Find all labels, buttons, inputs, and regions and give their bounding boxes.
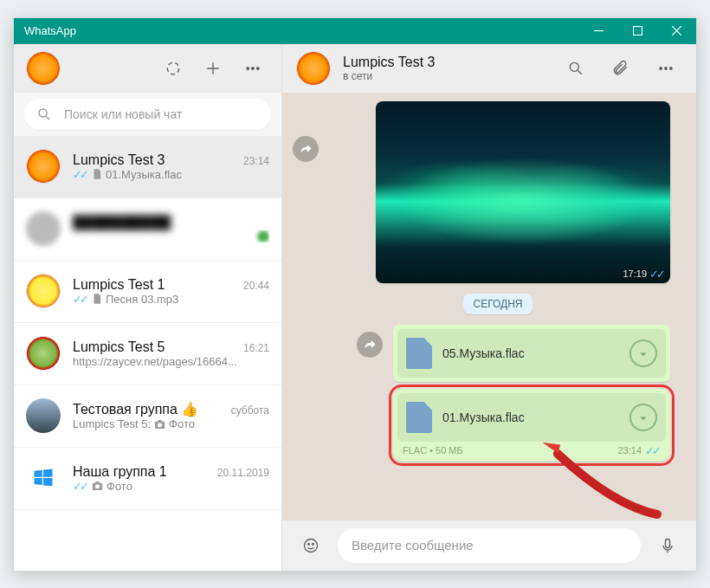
chat-preview: https://zaycev.net/pages/16664... — [73, 355, 269, 368]
chat-time: суббота — [231, 404, 269, 417]
searchbar: Поиск или новый чат — [14, 93, 281, 136]
chat-list-item[interactable]: Тестовая группа 👍субботаLumpics Test 5: … — [14, 385, 281, 448]
chat-list-item[interactable]: ██████████ — [14, 198, 281, 261]
chat-time: 20.11.2019 — [217, 467, 269, 479]
titlebar: WhatsApp — [14, 18, 696, 44]
forward-icon[interactable] — [293, 136, 319, 162]
read-ticks-icon: ✓✓ — [73, 168, 87, 181]
camera-icon — [91, 481, 104, 491]
download-button[interactable] — [629, 339, 657, 367]
emoji-icon[interactable] — [294, 529, 327, 562]
image-message[interactable]: 17:19 ✓✓ — [376, 101, 670, 283]
chat-name: Lumpics Test 3 — [343, 55, 547, 70]
read-ticks-icon: ✓✓ — [649, 268, 663, 281]
compose-bar: Введите сообщение — [282, 520, 696, 571]
file-icon — [406, 402, 432, 433]
chat-preview: Lumpics Test 5: Фото — [73, 417, 269, 430]
chat-list-item[interactable]: Наша группа 120.11.2019✓✓Фото — [14, 448, 281, 510]
read-ticks-icon: ✓✓ — [73, 480, 87, 493]
chat-menu-icon[interactable] — [649, 52, 682, 85]
chat-name: Тестовая группа 👍 — [73, 401, 231, 417]
svg-point-7 — [95, 484, 100, 488]
chat-name: ██████████ — [73, 215, 269, 230]
maximize-button[interactable] — [618, 18, 657, 44]
avatar — [26, 398, 61, 433]
date-pill: СЕГОДНЯ — [463, 294, 532, 314]
svg-point-3 — [252, 67, 255, 69]
svg-point-5 — [39, 109, 47, 117]
read-ticks-icon: ✓✓ — [645, 444, 659, 457]
avatar — [26, 274, 61, 308]
svg-rect-0 — [634, 27, 642, 36]
camera-icon — [153, 419, 166, 430]
chat-preview: ✓✓Фото — [73, 480, 269, 493]
chat-name: Lumpics Test 1 — [73, 277, 243, 293]
svg-point-12 — [305, 539, 318, 552]
document-icon — [91, 293, 103, 305]
svg-point-8 — [570, 62, 578, 71]
document-icon — [91, 168, 103, 180]
mic-icon[interactable] — [651, 529, 684, 562]
my-avatar[interactable] — [26, 51, 61, 86]
chat-preview — [73, 230, 269, 242]
search-icon — [36, 107, 52, 122]
window-title: WhatsApp — [24, 24, 579, 37]
avatar — [26, 149, 61, 184]
svg-point-2 — [247, 67, 249, 69]
messages: 17:19 ✓✓ СЕГОДНЯ 05.Музыка.flac01.Музыка… — [282, 93, 696, 520]
sidebar: Поиск или новый чат Lumpics Test 323:14✓… — [14, 44, 282, 571]
close-button[interactable] — [657, 18, 696, 44]
chat-list-item[interactable]: Lumpics Test 120:44✓✓Песня 03.mp3 — [14, 261, 281, 323]
message-input[interactable]: Введите сообщение — [338, 528, 641, 563]
chat-status: в сети — [343, 70, 547, 82]
avatar — [26, 336, 61, 371]
file-message[interactable]: 01.Музыка.flacFLAC • 50 МБ23:14✓✓ — [393, 389, 670, 462]
attach-icon[interactable] — [604, 52, 637, 85]
svg-point-10 — [665, 67, 668, 69]
svg-point-9 — [660, 67, 662, 69]
chat-name: Наша группа 1 — [73, 464, 217, 480]
svg-point-4 — [257, 67, 260, 69]
search-input[interactable]: Поиск или новый чат — [24, 99, 271, 130]
chat-list-item[interactable]: Lumpics Test 516:21https://zaycev.net/pa… — [14, 323, 281, 385]
chat-name: Lumpics Test 3 — [73, 152, 243, 168]
read-ticks-icon: ✓✓ — [73, 293, 87, 306]
download-button[interactable] — [629, 404, 657, 431]
file-icon — [406, 338, 432, 369]
file-meta: FLAC • 50 МБ23:14✓✓ — [397, 442, 666, 457]
chat-preview: ✓✓Песня 03.mp3 — [73, 293, 269, 306]
status-icon[interactable] — [157, 52, 190, 85]
avatar — [26, 461, 61, 495]
new-chat-icon[interactable] — [197, 52, 229, 85]
file-name: 05.Музыка.flac — [442, 346, 619, 360]
chat-time: 23:14 — [243, 155, 269, 167]
sidebar-header — [14, 44, 281, 93]
svg-point-6 — [158, 423, 162, 427]
file-message[interactable]: 05.Музыка.flac — [393, 325, 670, 382]
app-window: WhatsApp Поиск или новый чат Lumpics Tes… — [13, 17, 697, 572]
chat-header: Lumpics Test 3 в сети — [282, 44, 696, 93]
main: Поиск или новый чат Lumpics Test 323:14✓… — [14, 44, 696, 571]
svg-point-1 — [167, 62, 178, 74]
chat-name: Lumpics Test 5 — [73, 339, 243, 355]
chat-time: 20:44 — [243, 280, 269, 292]
svg-point-13 — [308, 543, 310, 545]
chat-preview: ✓✓01.Музыка.flac — [73, 168, 269, 181]
chat-time: 16:21 — [243, 342, 269, 354]
chat-title-block[interactable]: Lumpics Test 3 в сети — [343, 55, 547, 82]
avatar — [26, 211, 61, 246]
svg-point-11 — [670, 67, 673, 69]
menu-icon[interactable] — [236, 52, 269, 85]
svg-point-14 — [313, 543, 314, 545]
search-chat-icon[interactable] — [559, 52, 592, 85]
svg-rect-15 — [666, 539, 670, 547]
chat-list-item[interactable]: Lumpics Test 323:14✓✓01.Музыка.flac — [14, 136, 281, 198]
chat-avatar[interactable] — [296, 51, 331, 86]
chat-list: Lumpics Test 323:14✓✓01.Музыка.flac█████… — [14, 136, 281, 571]
forward-icon[interactable] — [357, 332, 383, 358]
chat-pane: Lumpics Test 3 в сети 17:19 ✓✓ СЕГОДНЯ — [282, 44, 696, 571]
image-meta: 17:19 ✓✓ — [623, 268, 665, 281]
minimize-button[interactable] — [579, 18, 618, 44]
file-name: 01.Музыка.flac — [442, 410, 619, 424]
